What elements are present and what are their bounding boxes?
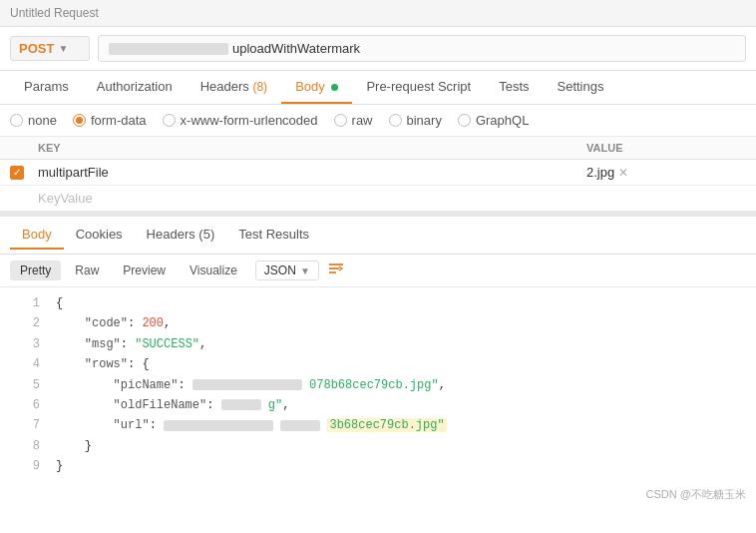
- format-raw[interactable]: Raw: [65, 261, 109, 280]
- tab-prerequest[interactable]: Pre-request Script: [352, 71, 485, 104]
- radio-binary-circle: [389, 114, 402, 127]
- main-tabs: Params Authorization Headers (8) Body Pr…: [0, 71, 756, 105]
- json-line-8: 8 }: [0, 436, 756, 456]
- body-type-row: none form-data x-www-form-urlencoded raw…: [0, 105, 756, 137]
- row1-key[interactable]: multipartFile: [34, 165, 586, 180]
- format-row: Pretty Raw Preview Visualize JSON ▼: [0, 255, 756, 287]
- tab-body[interactable]: Body: [281, 71, 352, 104]
- table-row-empty: Key Value: [0, 186, 756, 211]
- format-preview[interactable]: Preview: [113, 261, 176, 280]
- radio-graphql-circle: [458, 114, 471, 127]
- format-pretty[interactable]: Pretty: [10, 261, 61, 280]
- radio-raw-circle: [334, 114, 347, 127]
- radio-urlencoded[interactable]: x-www-form-urlencoded: [163, 113, 318, 128]
- response-tab-headers[interactable]: Headers (5): [135, 221, 227, 250]
- headers-badge: (8): [252, 80, 267, 94]
- request-bar: POST ▼ uploadWithWatermark: [0, 27, 756, 71]
- method-select[interactable]: POST ▼: [10, 36, 90, 61]
- response-tab-body[interactable]: Body: [10, 221, 64, 250]
- json-line-3: 3 "msg": "SUCCESS",: [0, 334, 756, 354]
- table-row: ✓ multipartFile 2.jpg ✕: [0, 160, 756, 186]
- row1-checkbox[interactable]: ✓: [10, 166, 34, 180]
- url-blurred-part: [109, 43, 228, 55]
- row1-value: 2.jpg ✕: [586, 165, 746, 180]
- col-value-header: VALUE: [586, 142, 746, 154]
- radio-none[interactable]: none: [10, 113, 57, 128]
- url-endpoint: uploadWithWatermark: [232, 41, 360, 56]
- wrap-button[interactable]: [327, 261, 345, 280]
- radio-urlencoded-circle: [163, 114, 176, 127]
- row1-remove[interactable]: ✕: [618, 166, 628, 180]
- checkbox-checked: ✓: [10, 166, 24, 180]
- response-tabs: Body Cookies Headers (5) Test Results: [0, 217, 756, 255]
- json-line-6: 6 "oldFileName": g",: [0, 395, 756, 415]
- col-key-header: KEY: [10, 142, 586, 154]
- json-format-selector[interactable]: JSON ▼: [255, 261, 319, 280]
- top-bar: Untitled Request: [0, 0, 756, 27]
- json-dropdown-icon: ▼: [300, 266, 310, 276]
- dropdown-icon: ▼: [58, 43, 68, 54]
- radio-binary[interactable]: binary: [389, 113, 442, 128]
- json-viewer: 1 { 2 "code": 200, 3 "msg": "SUCCESS", 4…: [0, 287, 756, 483]
- json-line-9: 9 }: [0, 456, 756, 476]
- method-label: POST: [19, 41, 54, 56]
- json-line-4: 4 "rows": {: [0, 354, 756, 374]
- json-line-1: 1 {: [0, 293, 756, 313]
- json-line-2: 2 "code": 200,: [0, 313, 756, 333]
- radio-graphql[interactable]: GraphQL: [458, 113, 529, 128]
- response-tab-cookies[interactable]: Cookies: [64, 221, 135, 250]
- tab-authorization[interactable]: Authorization: [83, 71, 187, 104]
- radio-form-data-circle: [73, 114, 86, 127]
- tab-tests[interactable]: Tests: [485, 71, 543, 104]
- form-table-header: KEY VALUE: [0, 137, 756, 160]
- tab-settings[interactable]: Settings: [544, 71, 618, 104]
- tab-params[interactable]: Params: [10, 71, 83, 104]
- radio-raw[interactable]: raw: [334, 113, 373, 128]
- json-line-5: 5 "picName": 078b68cec79cb.jpg",: [0, 375, 756, 395]
- window-title: Untitled Request: [10, 6, 99, 20]
- watermark: CSDN @不吃糖玉米: [0, 483, 756, 506]
- radio-none-circle: [10, 114, 23, 127]
- tab-headers[interactable]: Headers (8): [187, 71, 281, 104]
- url-input[interactable]: uploadWithWatermark: [98, 35, 746, 62]
- empty-value-placeholder[interactable]: Value: [60, 191, 219, 206]
- response-tab-testresults[interactable]: Test Results: [226, 221, 321, 250]
- body-active-dot: [331, 84, 338, 91]
- format-visualize[interactable]: Visualize: [180, 261, 247, 280]
- json-line-7: 7 "url": 3b68cec79cb.jpg": [0, 415, 756, 435]
- empty-key-placeholder[interactable]: Key: [10, 191, 60, 206]
- radio-form-data[interactable]: form-data: [73, 113, 147, 128]
